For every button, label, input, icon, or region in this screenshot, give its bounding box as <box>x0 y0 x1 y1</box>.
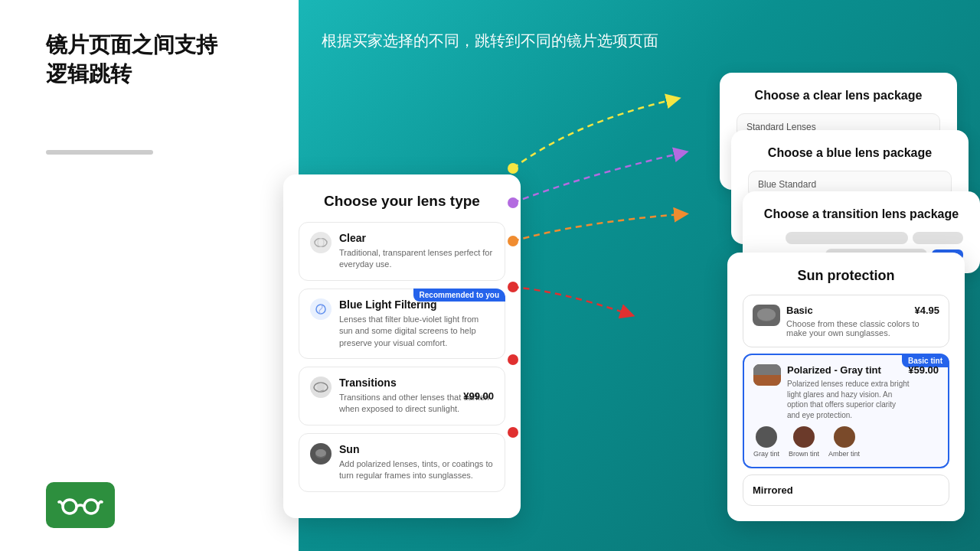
sun-card-title: Sun protection <box>743 268 949 284</box>
svg-point-3 <box>318 239 324 247</box>
lens-option-clear[interactable]: Clear Traditional, transparent lenses pe… <box>299 222 505 281</box>
recommended-badge: Recommended to you <box>413 289 505 302</box>
sun-option-title: Sun <box>339 443 494 455</box>
blue-card-title: Choose a blue lens package <box>748 145 952 161</box>
polarized-price: ¥59.00 <box>908 364 939 376</box>
sun-protection-card: Sun protection Basic Choose from these c… <box>727 253 965 521</box>
brown-swatch[interactable] <box>793 426 815 448</box>
basic-price: ¥4.95 <box>914 305 939 316</box>
transitions-icon <box>310 377 332 398</box>
blue-icon <box>310 298 332 320</box>
clear-option-desc: Traditional, transparent lenses perfect … <box>339 247 494 271</box>
swatch-amber[interactable]: Amber tint <box>828 426 860 458</box>
sun-item-basic[interactable]: Basic Choose from these classic colors t… <box>743 295 949 347</box>
gray-label: Gray tint <box>753 450 779 458</box>
blue-option-desc: Lenses that filter blue-violet light fro… <box>339 314 494 349</box>
sun-icon <box>310 443 332 465</box>
clear-icon <box>310 232 332 253</box>
transitions-price: ¥99.00 <box>463 390 494 402</box>
polarized-icon <box>753 364 781 386</box>
svg-point-8 <box>315 449 326 457</box>
svg-point-0 <box>63 500 77 514</box>
amber-swatch[interactable] <box>834 426 855 448</box>
amber-label: Amber tint <box>828 450 860 458</box>
brown-label: Brown tint <box>789 450 819 458</box>
clear-card-title: Choose a clear lens package <box>737 88 940 104</box>
gray-swatch[interactable] <box>756 426 777 448</box>
logo <box>46 482 115 528</box>
sun-option-desc: Add polarized lenses, tints, or coatings… <box>339 458 494 482</box>
transitions-option-title: Transitions <box>339 377 494 389</box>
left-panel: 镜片页面之间支持 逻辑跳转 <box>0 0 299 551</box>
lens-type-card: Choose your lens type Clear Traditional,… <box>283 174 521 518</box>
svg-point-1 <box>84 500 98 514</box>
basic-icon <box>753 305 780 326</box>
color-swatches: Gray tint Brown tint Amber tint <box>753 426 939 458</box>
mirrored-name: Mirrored <box>753 484 939 496</box>
polarized-desc: Polarized lenses reduce extra bright lig… <box>787 379 910 420</box>
main-title: 镜片页面之间支持 逻辑跳转 <box>46 31 268 89</box>
basic-desc: Choose from these classic colors to make… <box>786 319 939 337</box>
slider-bar[interactable] <box>46 150 153 155</box>
svg-point-10 <box>757 308 776 321</box>
polarized-name: Polarized - Gray tint <box>787 364 910 376</box>
swatch-gray[interactable]: Gray tint <box>753 426 779 458</box>
svg-point-2 <box>315 239 327 247</box>
clear-option-title: Clear <box>339 232 494 244</box>
lens-option-transitions[interactable]: Transitions Transitions and other lenses… <box>299 367 505 425</box>
subtitle: 根据买家选择的不同，跳转到不同的镜片选项页面 <box>322 31 658 51</box>
lens-option-blue[interactable]: Recommended to you Blue Light Filtering … <box>299 289 505 359</box>
transition-card-title: Choose a transition lens package <box>760 207 963 223</box>
lens-option-sun[interactable]: Sun Add polarized lenses, tints, or coat… <box>299 433 505 492</box>
sun-item-mirrored[interactable]: Mirrored <box>743 474 949 506</box>
sun-item-polarized[interactable]: Basic tint Polarized - Gray tint Polariz… <box>743 354 949 468</box>
lens-type-title: Choose your lens type <box>299 193 505 210</box>
swatch-brown[interactable]: Brown tint <box>789 426 819 458</box>
